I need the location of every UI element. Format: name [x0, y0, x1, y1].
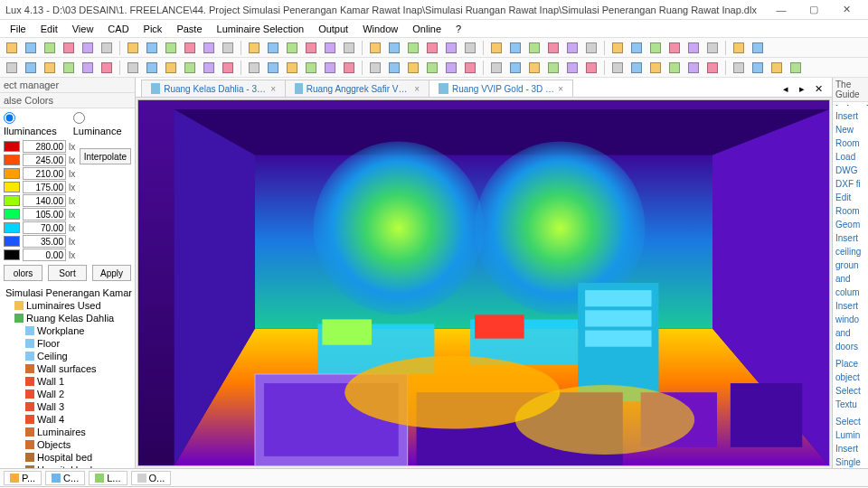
document-tab[interactable]: Ruang VVIP Gold - 3D View×	[429, 80, 573, 97]
toolbar-button[interactable]	[125, 40, 141, 56]
guide-link[interactable]: windo	[833, 313, 868, 326]
guide-link[interactable]: New	[833, 123, 868, 136]
toolbar-button[interactable]	[507, 40, 524, 56]
tabs-next-icon[interactable]: ▸	[794, 80, 810, 97]
guide-link[interactable]: object	[833, 371, 868, 384]
menu-paste[interactable]: Paste	[170, 22, 208, 36]
color-swatch[interactable]	[4, 168, 20, 179]
toolbar-button[interactable]	[23, 60, 39, 76]
color-swatch[interactable]	[4, 222, 20, 233]
guide-link[interactable]: Room	[833, 136, 868, 150]
level-input[interactable]	[23, 167, 66, 180]
tree-item[interactable]: Luminaires	[2, 426, 133, 438]
document-tab[interactable]: Ruang Kelas Dahlia - 3D View×	[141, 80, 286, 97]
guide-link[interactable]: Load	[833, 150, 868, 164]
guide-link[interactable]: Lumin	[833, 428, 868, 442]
bottom-tab[interactable]: O...	[131, 471, 172, 485]
toolbar-button[interactable]	[424, 40, 440, 56]
guide-link[interactable]: colum	[833, 286, 868, 299]
color-swatch[interactable]	[4, 209, 20, 220]
toolbar-button[interactable]	[163, 40, 179, 56]
toolbar-button[interactable]	[704, 40, 721, 56]
toolbar-button[interactable]	[545, 40, 561, 56]
sort-button[interactable]: Sort	[48, 265, 87, 281]
toolbar-button[interactable]	[61, 60, 77, 76]
level-input[interactable]	[23, 140, 66, 153]
toolbar-button[interactable]	[144, 40, 160, 56]
toolbar-button[interactable]	[367, 40, 383, 56]
menu-window[interactable]: Window	[356, 22, 404, 36]
menu-luminaireselection[interactable]: Luminaire Selection	[211, 22, 311, 36]
toolbar-button[interactable]	[322, 40, 338, 56]
guide-link[interactable]: Insert	[833, 299, 868, 313]
toolbar-button[interactable]	[750, 60, 766, 76]
toolbar-button[interactable]	[220, 40, 236, 56]
toolbar-button[interactable]	[61, 40, 77, 56]
toolbar-button[interactable]	[666, 60, 683, 76]
toolbar-button[interactable]	[144, 60, 160, 76]
color-swatch[interactable]	[4, 155, 20, 165]
toolbar-button[interactable]	[685, 40, 702, 56]
3d-viewport[interactable]	[137, 99, 830, 466]
tree-item[interactable]: Luminaires Used	[2, 299, 133, 312]
guide-link[interactable]: Place	[833, 357, 868, 371]
toolbar-button[interactable]	[443, 40, 459, 56]
tabs-close-icon[interactable]: ✕	[810, 80, 826, 97]
level-input[interactable]	[23, 208, 66, 221]
toolbar-button[interactable]	[731, 40, 747, 56]
colors-button[interactable]: olors	[4, 265, 42, 281]
document-tab[interactable]: Ruang Anggrek Safir VVIP - 3D Vi...×	[285, 80, 429, 97]
toolbar-button[interactable]	[488, 40, 505, 56]
guide-link[interactable]: and	[833, 272, 868, 286]
tabs-prev-icon[interactable]: ◂	[778, 80, 794, 97]
toolbar-button[interactable]	[341, 60, 357, 76]
tree-root[interactable]: Simulasi Penerangan Kamar Rumah Sakit	[2, 286, 133, 299]
toolbar-button[interactable]	[424, 60, 440, 76]
menu-cad[interactable]: CAD	[101, 22, 135, 36]
toolbar-button[interactable]	[405, 40, 421, 56]
project-tree[interactable]: Simulasi Penerangan Kamar Rumah SakitLum…	[0, 285, 135, 468]
minimize-button[interactable]: —	[765, 5, 797, 15]
tree-item[interactable]: Wall 2	[2, 388, 133, 400]
interpolate-button[interactable]: Interpolate	[80, 148, 131, 164]
guide-link[interactable]: Insert	[833, 231, 868, 245]
menu-[interactable]: ?	[449, 22, 467, 36]
toolbar-button[interactable]	[265, 60, 281, 76]
level-input[interactable]	[23, 221, 66, 234]
guide-link[interactable]: DXF fi	[833, 177, 868, 191]
toolbar-button[interactable]	[628, 40, 645, 56]
toolbar-button[interactable]	[125, 60, 141, 76]
toolbar-button[interactable]	[564, 40, 580, 56]
toolbar-button[interactable]	[341, 40, 357, 56]
toolbar-button[interactable]	[367, 60, 383, 76]
tree-item[interactable]: Wall 4	[2, 413, 133, 426]
guide-link[interactable]: Select	[833, 384, 868, 398]
toolbar-button[interactable]	[42, 40, 58, 56]
tree-item[interactable]: Wall surfaces	[2, 362, 133, 375]
toolbar-button[interactable]	[284, 60, 300, 76]
toolbar-button[interactable]	[220, 60, 236, 76]
toolbar-button[interactable]	[182, 60, 198, 76]
toolbar-button[interactable]	[99, 60, 115, 76]
tab-close-icon[interactable]: ×	[558, 84, 563, 94]
toolbar-button[interactable]	[23, 40, 39, 56]
illuminance-radio[interactable]: Iluminances	[4, 112, 66, 136]
tree-item[interactable]: Wall 3	[2, 400, 133, 413]
toolbar-button[interactable]	[628, 60, 645, 76]
color-swatch[interactable]	[4, 182, 20, 192]
guide-link[interactable]: Insert	[833, 442, 868, 455]
menu-pick[interactable]: Pick	[137, 22, 169, 36]
toolbar-button[interactable]	[303, 40, 319, 56]
menu-online[interactable]: Online	[406, 22, 448, 36]
level-input[interactable]	[23, 235, 66, 248]
guide-link[interactable]: Textu	[833, 398, 868, 411]
toolbar-button[interactable]	[609, 40, 626, 56]
guide-link[interactable]: Insert	[833, 109, 868, 123]
tree-item[interactable]: Hospital bed	[2, 451, 133, 464]
toolbar-button[interactable]	[545, 60, 561, 76]
level-input[interactable]	[23, 249, 66, 261]
toolbar-button[interactable]	[526, 40, 542, 56]
tab-close-icon[interactable]: ×	[414, 84, 420, 94]
menu-output[interactable]: Output	[312, 22, 354, 36]
color-swatch[interactable]	[4, 141, 20, 152]
